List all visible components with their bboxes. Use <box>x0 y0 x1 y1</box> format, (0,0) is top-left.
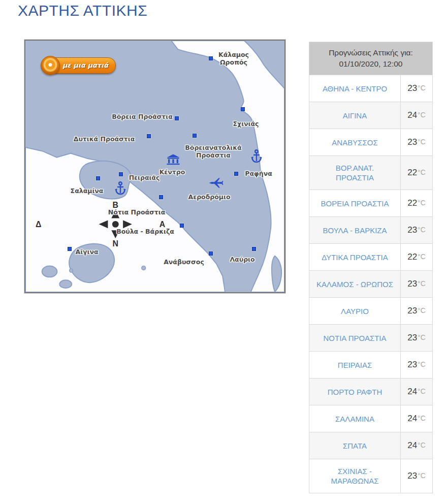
salamina-label[interactable]: Σαλαμίνα <box>71 187 104 195</box>
forecast-temp: 23°C <box>401 129 432 155</box>
forecast-location-link[interactable]: ΠΟΡΤΟ ΡΑΦΤΗ <box>309 379 401 405</box>
forecast-location-link[interactable]: ΒΟΡ.ΑΝΑΤ. ΠΡΟΑΣΤΙΑ <box>309 156 401 190</box>
forecast-row: ΒΟΥΛΑ - ΒΑΡΚΙΖΑ23°C <box>309 216 432 243</box>
forecast-location-link[interactable]: ΚΑΛΑΜΟΣ - ΩΡΩΠΟΣ <box>309 271 401 297</box>
forecast-rows: ΑΘΗΝΑ - ΚΕΝΤΡΟ23°CΑΙΓΙΝΑ24°CΑΝΑΒΥΣΣΟΣ23°… <box>309 75 432 493</box>
forecast-location-link[interactable]: ΒΟΥΛΑ - ΒΑΡΚΙΖΑ <box>309 217 401 243</box>
voreia-proastia-label[interactable]: Βόρεια Προάστια <box>112 113 173 120</box>
kalamos-oropos-marker[interactable] <box>209 56 213 60</box>
forecast-temp: 23°C <box>401 325 432 351</box>
plane-icon <box>208 177 224 190</box>
forecast-location-link[interactable]: ΑΝΑΒΥΣΣΟΣ <box>309 129 401 155</box>
forecast-location-link[interactable]: ΑΙΓΙΝΑ <box>309 102 401 129</box>
rafina-label[interactable]: Ραφήνα <box>245 170 272 177</box>
map-points-layer: ΚάλαμοςΩροπόςΣχινιάςΒόρεια ΠροάστιαΔυτικ… <box>25 41 284 292</box>
lavrio-label[interactable]: Λαύριο <box>230 256 254 263</box>
forecast-location-link[interactable]: ΣΧΙΝΙΑΣ - ΜΑΡΑΘΩΝΑΣ <box>309 459 401 493</box>
peiraias-marker[interactable] <box>119 172 123 176</box>
voula-varkiza-label[interactable]: Βούλα - Βάρκιζα <box>116 228 174 235</box>
attica-map: Β Ν Δ Α ΚάλαμοςΩροπόςΣχινιάςΒόρεια Προάσ… <box>24 40 285 293</box>
forecast-location-link[interactable]: ΠΕΙΡΑΙΑΣ <box>309 352 401 378</box>
forecast-location-link[interactable]: ΒΟΡΕΙΑ ΠΡΟΑΣΤΙΑ <box>309 190 401 216</box>
aigina-marker[interactable] <box>68 247 72 251</box>
forecast-row: ΛΑΥΡΙΟ23°C <box>309 297 432 324</box>
forecast-row: ΣΑΛΑΜΙΝΑ24°C <box>309 405 432 432</box>
forecast-location-link[interactable]: ΣΠΑΤΑ <box>309 432 401 459</box>
forecast-header: Προγνώσεις Αττικής για: 01/10/2020, 12:0… <box>309 42 432 75</box>
forecast-temp: 23°C <box>401 352 432 378</box>
voula-varkiza-marker[interactable] <box>180 224 184 228</box>
forecast-location-link[interactable]: ΔΥΤΙΚΑ ΠΡΟΑΣΤΙΑ <box>309 244 401 270</box>
forecast-temp: 22°C <box>401 244 432 270</box>
voreia-proastia-marker[interactable] <box>175 116 179 120</box>
forecast-temp: 23°C <box>401 459 432 493</box>
forecast-header-line2: 01/10/2020, 12:00 <box>339 58 403 70</box>
dytika-proastia-marker[interactable] <box>147 134 151 138</box>
forecast-location-link[interactable]: ΝΟΤΙΑ ΠΡΟΑΣΤΙΑ <box>309 325 401 351</box>
notia-proastia-label[interactable]: Νότια Προάστια <box>108 208 166 216</box>
peiraias-label[interactable]: Πειραιάς <box>129 174 160 181</box>
forecast-row: ΠΟΡΤΟ ΡΑΦΤΗ24°C <box>309 378 432 405</box>
forecast-temp: 23°C <box>401 217 432 243</box>
forecast-row: ΝΟΤΙΑ ΠΡΟΑΣΤΙΑ23°C <box>309 324 432 351</box>
forecast-temp: 22°C <box>401 156 432 190</box>
forecast-location-link[interactable]: ΣΑΛΑΜΙΝΑ <box>309 405 401 432</box>
forecast-row: ΒΟΡΕΙΑ ΠΡΟΑΣΤΙΑ22°C <box>309 190 432 216</box>
forecast-row: ΑΘΗΝΑ - ΚΕΝΤΡΟ23°C <box>309 75 432 102</box>
forecast-row: ΔΥΤΙΚΑ ΠΡΟΑΣΤΙΑ22°C <box>309 243 432 270</box>
forecast-temp: 22°C <box>401 190 432 216</box>
salamina-marker[interactable] <box>96 176 100 180</box>
forecast-row: ΣΠΑΤΑ24°C <box>309 432 432 459</box>
temple-icon <box>167 154 180 165</box>
forecast-location-link[interactable]: ΑΘΗΝΑ - ΚΕΝΤΡΟ <box>309 75 401 102</box>
forecast-temp: 24°C <box>401 405 432 432</box>
anavyssos-marker[interactable] <box>209 251 213 256</box>
forecast-row: ΚΑΛΑΜΟΣ - ΩΡΩΠΟΣ23°C <box>309 270 432 297</box>
forecast-row: ΒΟΡ.ΑΝΑΤ. ΠΡΟΑΣΤΙΑ22°C <box>309 155 432 190</box>
forecast-row: ΠΕΙΡΑΙΑΣ23°C <box>309 351 432 378</box>
forecast-location-link[interactable]: ΛΑΥΡΙΟ <box>309 298 401 324</box>
anavyssos-label[interactable]: Ανάβυσσος <box>164 258 204 266</box>
forecast-table: Προγνώσεις Αττικής για: 01/10/2020, 12:0… <box>309 42 433 493</box>
notia-proastia-marker[interactable] <box>159 195 163 199</box>
dytika-proastia-label[interactable]: Δυτικά Προάστια <box>74 135 135 143</box>
sxinias-label[interactable]: Σχινιάς <box>233 120 259 128</box>
compass-target-icon <box>41 56 60 75</box>
aigina-label[interactable]: Αίγινα <box>75 248 98 256</box>
forecast-row: ΣΧΙΝΙΑΣ - ΜΑΡΑΘΩΝΑΣ23°C <box>309 459 432 493</box>
anchor-icon <box>114 181 126 195</box>
kentro-label[interactable]: Κέντρο <box>159 168 185 176</box>
aerodromio-label[interactable]: Αεροδρόμιο <box>188 193 231 201</box>
page-title: ΧΑΡΤΗΣ ΑΤΤΙΚΗΣ <box>18 2 147 19</box>
anchor-icon <box>250 149 263 163</box>
forecast-row: ΑΙΓΙΝΑ24°C <box>309 102 432 129</box>
forecast-temp: 24°C <box>401 379 432 405</box>
sxinias-marker[interactable] <box>241 107 245 111</box>
kalamos-oropos-label[interactable]: ΚάλαμοςΩροπός <box>218 51 249 66</box>
forecast-temp: 24°C <box>401 102 432 129</box>
voreianatolika-proastia-label[interactable]: ΒόρειανατολικάΠροάστια <box>185 144 241 159</box>
forecast-row: ΑΝΑΒΥΣΣΟΣ23°C <box>309 129 432 155</box>
forecast-temp: 23°C <box>401 75 432 102</box>
lavrio-marker[interactable] <box>252 247 256 251</box>
forecast-temp: 23°C <box>401 271 432 297</box>
rafina-marker[interactable] <box>234 172 238 176</box>
forecast-header-line1: Προγνώσεις Αττικής για: <box>329 47 413 58</box>
forecast-temp: 24°C <box>401 432 432 459</box>
forecast-temp: 23°C <box>401 298 432 324</box>
voreianatolika-proastia-marker[interactable] <box>193 134 197 138</box>
